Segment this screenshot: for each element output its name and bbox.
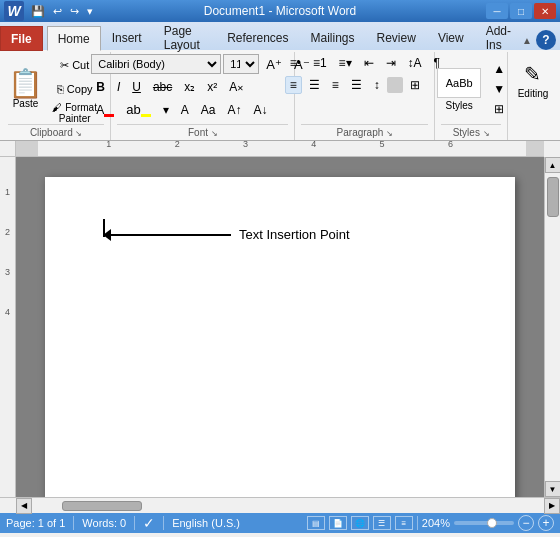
paragraph-group: ≡• ≡1 ≡▾ ⇤ ⇥ ↕A ¶ ≡ ☰ ≡ ☰ ↕ ⊞ <box>295 52 435 140</box>
outline-btn[interactable]: ☰ <box>373 516 391 530</box>
borders-button[interactable]: ⊞ <box>405 76 425 94</box>
sort-button[interactable]: ↕A <box>403 54 427 72</box>
ruler-right-margin <box>526 141 544 156</box>
editing-icon: ✎ <box>524 62 541 86</box>
styles-preview: AaBb <box>437 68 481 98</box>
shading-button[interactable] <box>387 77 403 93</box>
styles-nav: ▲ ▼ ⊞ <box>488 60 510 118</box>
numbering-button[interactable]: ≡1 <box>308 54 332 72</box>
scroll-thumb[interactable] <box>547 177 559 217</box>
vertical-scrollbar[interactable]: ▲ ▼ <box>544 157 560 497</box>
full-reading-btn[interactable]: 📄 <box>329 516 347 530</box>
undo-quick-btn[interactable]: ↩ <box>50 4 65 19</box>
underline-button[interactable]: U <box>127 78 146 96</box>
increase-indent-button[interactable]: ⇥ <box>381 54 401 72</box>
decrease-indent-button[interactable]: ⇤ <box>359 54 379 72</box>
bullets-button[interactable]: ≡• <box>285 54 306 72</box>
line-spacing-button[interactable]: ↕ <box>369 76 385 94</box>
scroll-track[interactable] <box>545 173 560 481</box>
superscript-button[interactable]: x² <box>202 78 222 96</box>
strikethrough-button[interactable]: abc <box>148 78 177 96</box>
styles-up-button[interactable]: ▲ <box>488 60 510 78</box>
zoom-out-btn[interactable]: − <box>518 515 534 531</box>
language-status: English (U.S.) <box>172 517 240 529</box>
h-scroll-thumb[interactable] <box>62 501 142 511</box>
status-sep-1 <box>73 516 74 530</box>
horizontal-ruler: 1 2 3 4 5 6 <box>16 141 544 157</box>
styles-button[interactable]: AaBb Styles <box>432 63 486 115</box>
draft-btn[interactable]: ≡ <box>395 516 413 530</box>
editing-button[interactable]: ✎ Editing <box>513 54 554 106</box>
qa-dropdown-btn[interactable]: ▾ <box>84 4 96 19</box>
tab-home[interactable]: Home <box>47 26 101 51</box>
window-controls: ─ □ ✕ <box>486 3 556 19</box>
styles-label: Styles <box>446 100 473 111</box>
tab-mailings[interactable]: Mailings <box>300 25 366 50</box>
vertical-ruler: 1 2 3 4 <box>0 157 16 497</box>
status-bar: Page: 1 of 1 Words: 0 ✓ English (U.S.) ▤… <box>0 513 560 533</box>
text-insertion-annotation: Text Insertion Point <box>103 227 350 242</box>
document-page: Text Insertion Point <box>45 177 515 497</box>
font-color-dropdown[interactable]: ▾ <box>158 101 174 119</box>
web-layout-btn[interactable]: 🌐 <box>351 516 369 530</box>
tab-insert[interactable]: Insert <box>101 25 153 50</box>
minimize-button[interactable]: ─ <box>486 3 508 19</box>
paragraph-controls: ≡• ≡1 ≡▾ ⇤ ⇥ ↕A ¶ ≡ ☰ ≡ ☰ ↕ ⊞ <box>285 54 445 124</box>
paste-btn[interactable]: 📋 Paste <box>8 70 43 109</box>
print-layout-btn[interactable]: ▤ <box>307 516 325 530</box>
tab-add-ins[interactable]: Add-Ins <box>475 25 522 50</box>
font-style-row: B I U abc x₂ x² A✕ <box>91 78 314 96</box>
zoom-in-btn[interactable]: + <box>538 515 554 531</box>
zoom-level: 204% <box>422 517 450 529</box>
subscript-button[interactable]: x₂ <box>179 78 200 96</box>
font-name-select[interactable]: Calibri (Body) <box>91 54 221 74</box>
redo-quick-btn[interactable]: ↪ <box>67 4 82 19</box>
close-button[interactable]: ✕ <box>534 3 556 19</box>
bold-button[interactable]: B <box>91 78 110 96</box>
text-insertion-label: Text Insertion Point <box>239 227 350 242</box>
save-quick-btn[interactable]: 💾 <box>28 4 48 19</box>
word-icon: W <box>4 1 24 21</box>
text-effects-button[interactable]: A <box>176 101 194 119</box>
spell-check-button[interactable]: ✓ <box>143 515 155 531</box>
paragraph-label: Paragraph ↘ <box>301 124 428 138</box>
tab-file[interactable]: File <box>0 26 43 51</box>
font-color-button[interactable]: A <box>91 101 119 119</box>
editing-controls: ✎ Editing <box>513 54 554 138</box>
align-left-button[interactable]: ≡ <box>285 76 302 94</box>
scroll-up-button[interactable]: ▲ <box>545 157 561 173</box>
change-case-button[interactable]: Aa <box>196 101 221 119</box>
scroll-down-button[interactable]: ▼ <box>545 481 561 497</box>
multilevel-button[interactable]: ≡▾ <box>334 54 357 72</box>
view-controls: ▤ 📄 🌐 ☰ ≡ 204% − + <box>307 515 554 531</box>
clear-format-button[interactable]: A✕ <box>224 78 249 96</box>
tab-references[interactable]: References <box>216 25 299 50</box>
document-area-annotation: Document Area <box>0 533 560 537</box>
font-size-down[interactable]: A↓ <box>248 101 272 119</box>
highlight-button[interactable]: ab <box>121 100 155 119</box>
h-scroll-track[interactable] <box>32 500 544 512</box>
maximize-button[interactable]: □ <box>510 3 532 19</box>
font-size-select[interactable]: 11 <box>223 54 259 74</box>
tab-review[interactable]: Review <box>366 25 427 50</box>
scroll-left-button[interactable]: ◀ <box>16 498 32 514</box>
tab-page-layout[interactable]: Page Layout <box>153 25 216 50</box>
vruler-1: 1 <box>5 187 10 197</box>
document-scroll-area[interactable]: Text Insertion Point <box>16 157 544 497</box>
font-size-up[interactable]: A↑ <box>222 101 246 119</box>
editing-label: Editing <box>518 88 549 99</box>
styles-down-button[interactable]: ▼ <box>488 80 510 98</box>
grow-font-button[interactable]: A⁺ <box>261 55 287 74</box>
title-bar: W 💾 ↩ ↪ ▾ Document1 - Microsoft Word ─ □… <box>0 0 560 22</box>
zoom-slider[interactable] <box>454 521 514 525</box>
tab-view[interactable]: View <box>427 25 475 50</box>
scroll-right-button[interactable]: ▶ <box>544 498 560 514</box>
styles-more-button[interactable]: ⊞ <box>488 100 510 118</box>
align-right-button[interactable]: ≡ <box>327 76 344 94</box>
help-button[interactable]: ? <box>536 30 556 50</box>
align-center-button[interactable]: ☰ <box>304 76 325 94</box>
paste-label: Paste <box>13 98 39 109</box>
italic-button[interactable]: I <box>112 78 125 96</box>
quick-access-toolbar: 💾 ↩ ↪ ▾ <box>28 4 96 19</box>
justify-button[interactable]: ☰ <box>346 76 367 94</box>
